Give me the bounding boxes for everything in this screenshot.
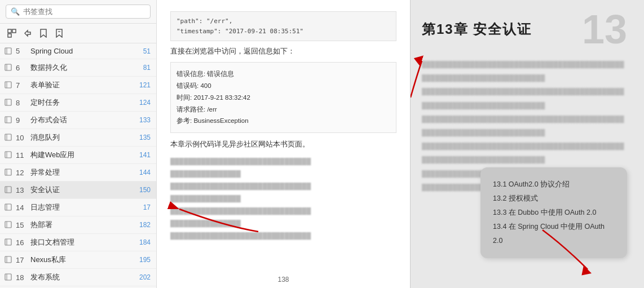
toc-book-icon-12 bbox=[5, 169, 12, 176]
svg-rect-4 bbox=[5, 48, 11, 54]
toc-label-12: 异常处理 bbox=[30, 167, 60, 178]
error-line-2: 错误码: 400 bbox=[177, 80, 390, 92]
toc-item-10[interactable]: 10消息队列135 bbox=[0, 129, 156, 147]
chapter-toc-entry-1: 13.1 OAuth2.0 协议介绍 bbox=[493, 178, 615, 192]
page-number: 138 bbox=[277, 276, 289, 283]
toc-item-18[interactable]: 18发布系统202 bbox=[0, 269, 156, 286]
toc-item-7[interactable]: 7表单验证121 bbox=[0, 77, 156, 94]
intro-text: 直接在浏览器中访问，返回信息如下： bbox=[170, 46, 396, 57]
toc-page-6: 81 bbox=[134, 64, 151, 72]
toc-page-10: 135 bbox=[134, 134, 151, 141]
toc-book-icon-6 bbox=[5, 64, 12, 72]
svg-rect-28 bbox=[5, 256, 11, 263]
toc-num-16: 16 bbox=[16, 238, 27, 247]
chapter-content-area: ████████████████████████████████████████… bbox=[411, 55, 644, 288]
toc-page-5: 51 bbox=[134, 47, 151, 55]
toc-page-9: 133 bbox=[134, 116, 151, 124]
bookmark-icon[interactable] bbox=[37, 27, 50, 39]
toc-book-icon-18 bbox=[5, 273, 12, 281]
svg-rect-8 bbox=[5, 82, 11, 88]
outro-text: 本章示例代码详见异步社区网站本书页面。 bbox=[170, 139, 396, 150]
search-input-wrap[interactable]: 🔍 bbox=[6, 5, 151, 19]
toc-book-icon-10 bbox=[5, 134, 12, 141]
chapter-header: 第13章 安全认证 13 bbox=[411, 0, 644, 55]
blurred-content: ████████████████████████████████ ███████… bbox=[170, 155, 396, 242]
toc-item-9[interactable]: 9分布式会话133 bbox=[0, 112, 156, 129]
toc-label-16: 接口文档管理 bbox=[30, 237, 74, 247]
svg-rect-24 bbox=[5, 221, 11, 228]
svg-rect-10 bbox=[5, 99, 11, 105]
toc-page-7: 121 bbox=[134, 81, 151, 89]
toc-item-17[interactable]: 17Nexus私库195 bbox=[0, 251, 156, 269]
toc-book-icon-16 bbox=[5, 238, 12, 246]
toc-label-17: Nexus私库 bbox=[30, 255, 66, 265]
toc-page-16: 184 bbox=[134, 238, 151, 246]
error-block: 错误信息: 错误信息 错误码: 400 时间: 2017-9-21 83:32:… bbox=[170, 62, 396, 132]
bookmark2-icon[interactable] bbox=[53, 27, 65, 39]
toc-num-17: 17 bbox=[16, 256, 27, 264]
toc-item-6[interactable]: 6数据持久化81 bbox=[0, 59, 156, 77]
toc-item-11[interactable]: 11构建Web应用141 bbox=[0, 147, 156, 164]
toc-book-icon-7 bbox=[5, 81, 12, 89]
toc-item-13[interactable]: 13安全认证150 bbox=[0, 181, 156, 199]
svg-rect-2 bbox=[8, 34, 11, 37]
svg-rect-14 bbox=[5, 134, 11, 140]
toc-label-14: 日志管理 bbox=[30, 202, 60, 212]
toc-label-9: 分布式会话 bbox=[30, 115, 67, 125]
toc-num-9: 9 bbox=[16, 116, 27, 125]
chapter-page: 第13章 安全认证 13 ███████████████████████████… bbox=[411, 0, 644, 288]
toc-list: 5Spring Cloud516数据持久化817表单验证1218定时任务1249… bbox=[0, 43, 156, 288]
svg-rect-26 bbox=[5, 239, 11, 245]
code-line-1: "path": "/err", bbox=[177, 16, 390, 26]
toc-item-8[interactable]: 8定时任务124 bbox=[0, 94, 156, 112]
return-icon[interactable] bbox=[21, 27, 34, 39]
toolbar bbox=[0, 24, 156, 43]
toc-item-12[interactable]: 12异常处理144 bbox=[0, 164, 156, 181]
chapter-toc-card: 13.1 OAuth2.0 协议介绍 13.2 授权模式 13.3 在 Dubb… bbox=[480, 167, 627, 258]
toc-label-7: 表单验证 bbox=[30, 80, 60, 90]
book-page: "path": "/err", "timestamp": "2017-09-21… bbox=[157, 0, 411, 288]
toc-num-8: 8 bbox=[16, 99, 27, 107]
svg-rect-16 bbox=[5, 152, 11, 158]
toc-item-14[interactable]: 14日志管理17 bbox=[0, 199, 156, 216]
toc-item-5[interactable]: 5Spring Cloud51 bbox=[0, 43, 156, 59]
search-input[interactable] bbox=[23, 7, 145, 16]
toc-num-6: 6 bbox=[16, 64, 27, 72]
toc-label-13: 安全认证 bbox=[30, 185, 60, 195]
search-icon: 🔍 bbox=[11, 7, 20, 16]
toc-num-15: 15 bbox=[16, 221, 27, 229]
toc-book-icon-13 bbox=[5, 186, 12, 194]
toc-item-16[interactable]: 16接口文档管理184 bbox=[0, 234, 156, 251]
toc-book-icon-14 bbox=[5, 203, 12, 211]
toc-book-icon-8 bbox=[5, 99, 12, 107]
search-bar: 🔍 bbox=[0, 0, 156, 24]
error-line-5: 参考: BusinessException bbox=[177, 115, 390, 127]
toc-page-14: 17 bbox=[134, 203, 151, 211]
toc-num-12: 12 bbox=[16, 169, 27, 177]
toc-label-15: 热部署 bbox=[30, 220, 52, 230]
toc-page-12: 144 bbox=[134, 169, 151, 176]
svg-rect-12 bbox=[5, 117, 11, 123]
code-line-2: "timestamp": "2017-09-21 08:35:51" bbox=[177, 26, 390, 37]
chapter-title: 第13章 安全认证 bbox=[422, 20, 532, 38]
toc-num-13: 13 bbox=[16, 186, 27, 194]
toc-book-icon-9 bbox=[5, 116, 12, 124]
toc-num-10: 10 bbox=[16, 134, 27, 142]
toc-label-8: 定时任务 bbox=[30, 98, 60, 108]
toc-num-11: 11 bbox=[16, 151, 27, 159]
toc-label-6: 数据持久化 bbox=[30, 63, 67, 73]
sidebar: 🔍 5Spring Cloud516数据持久化817表单验证1218定时任务12… bbox=[0, 0, 157, 288]
toc-num-18: 18 bbox=[16, 273, 27, 282]
toc-page-15: 182 bbox=[134, 221, 151, 229]
svg-rect-22 bbox=[5, 204, 11, 210]
toc-label-18: 发布系统 bbox=[30, 272, 60, 282]
chapter-toc-entry-3: 13.3 在 Dubbo 中使用 OAuth 2.0 bbox=[493, 206, 615, 220]
layout-icon[interactable] bbox=[6, 27, 18, 39]
code-block: "path": "/err", "timestamp": "2017-09-21… bbox=[170, 11, 396, 41]
svg-rect-6 bbox=[5, 64, 11, 70]
toc-page-17: 195 bbox=[134, 256, 151, 264]
svg-rect-30 bbox=[5, 274, 11, 280]
toc-item-15[interactable]: 15热部署182 bbox=[0, 216, 156, 234]
toc-page-11: 141 bbox=[134, 151, 151, 159]
chapter-toc-entry-2: 13.2 授权模式 bbox=[493, 192, 615, 206]
